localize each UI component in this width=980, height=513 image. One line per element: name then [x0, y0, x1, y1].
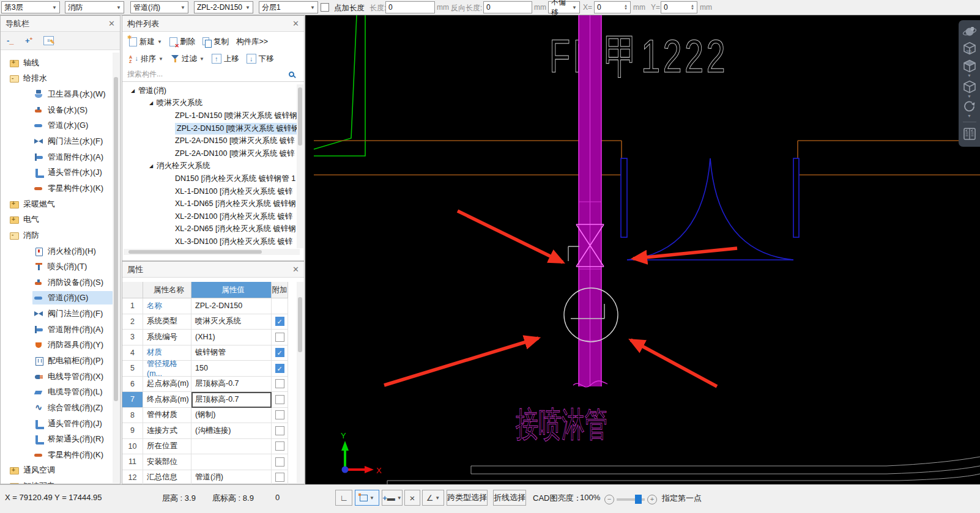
property-value[interactable]: (XH1) — [191, 330, 272, 345]
nav-item[interactable]: 消防器具(消)(Y) — [1, 338, 120, 353]
tree-expander-icon[interactable]: ◢ — [149, 100, 157, 106]
spinner-arrows-icon[interactable]: ▲▼ — [624, 4, 628, 10]
offset-select[interactable]: 不偏移▼ — [548, 1, 580, 13]
nav-folder[interactable]: 消防 — [1, 227, 120, 243]
move-down-button[interactable]: ↓下移 — [245, 53, 276, 65]
sort-button[interactable]: 排序▼ — [127, 53, 165, 65]
angle-snap-button[interactable]: ∠▼ — [422, 490, 444, 506]
close-icon[interactable]: ✕ — [292, 265, 299, 274]
spinner-arrows-icon[interactable]: ▲▼ — [691, 4, 694, 10]
property-row[interactable]: 7终点标高(m)层顶标高-0.7 — [122, 392, 296, 408]
property-row[interactable]: 8管件材质(钢制) — [122, 408, 296, 424]
close-icon[interactable]: ✕ — [108, 19, 115, 28]
reverse-length-input[interactable]: 0 — [483, 1, 532, 13]
nav-folder[interactable]: 采暖燃气 — [1, 196, 120, 212]
floor-select[interactable]: 第3层▼ — [1, 1, 60, 13]
polyline-select-button[interactable]: 折线选择 — [493, 490, 526, 506]
view-3d-icon[interactable]: 3D — [962, 40, 978, 57]
component-item[interactable]: XL-1-DN100 [消火栓灭火系统 镀锌 — [122, 185, 300, 198]
nav-item[interactable]: 配电箱柜(消)(P) — [1, 353, 120, 369]
rect-select-button[interactable]: ▼ — [355, 490, 379, 506]
nav-item[interactable]: 卫生器具(水)(W) — [1, 86, 120, 102]
nav-item[interactable]: 管道(消)(G) — [1, 290, 120, 306]
property-value[interactable]: 管道(消) — [191, 470, 272, 486]
property-row[interactable]: 11安装部位 — [122, 454, 296, 470]
nav-item[interactable]: 消防设备(消)(S) — [1, 275, 120, 290]
nav-item[interactable]: 消火栓(消)(H) — [1, 243, 120, 259]
length-input[interactable]: 0 — [385, 1, 435, 13]
nav-folder[interactable]: 轴线 — [1, 55, 120, 71]
component-group[interactable]: ◢消火栓灭火系统 — [122, 160, 300, 173]
nav-item[interactable]: 管道附件(消)(A) — [1, 322, 120, 338]
property-row[interactable]: 6起点标高(m)层顶标高-0.7 — [122, 377, 296, 393]
property-value[interactable]: 镀锌钢管 — [191, 345, 272, 361]
new-button[interactable]: 新建▼ — [127, 35, 164, 48]
chevron-down-icon[interactable]: ▼ — [967, 94, 971, 98]
move-up-button[interactable]: ↑上移 — [210, 53, 241, 65]
wire-cube-view-icon[interactable]: ▼ — [962, 78, 978, 98]
nav-item[interactable]: 管道(水)(G) — [1, 118, 120, 134]
x-input[interactable]: 0▲▼ — [594, 1, 631, 13]
rotate-view-icon[interactable]: ▼ — [962, 99, 978, 118]
collapse-all-icon[interactable]: -_ — [7, 36, 18, 46]
component-group[interactable]: ◢管道(消) — [122, 84, 300, 97]
component-list-hscrollbar[interactable] — [124, 249, 300, 255]
display-settings-icon[interactable] — [962, 126, 978, 142]
brightness-plus-icon[interactable]: + — [647, 495, 657, 504]
cross-type-select-button[interactable]: 跨类型选择 — [447, 490, 488, 506]
nav-item[interactable]: 设备(水)(S) — [1, 102, 120, 118]
property-value[interactable]: ZPL-2-DN150 — [191, 298, 272, 314]
define-component-icon[interactable]: ≡✎ — [43, 36, 54, 45]
y-input[interactable]: 0▲▼ — [661, 1, 697, 13]
property-value[interactable]: 喷淋灭火系统 — [191, 314, 272, 330]
property-row[interactable]: 3系统编号(XH1) — [122, 330, 296, 345]
brightness-slider[interactable] — [617, 498, 645, 501]
property-value[interactable]: 层顶标高-0.7 — [191, 392, 272, 408]
solid-cube-view-icon[interactable]: ▼ — [962, 57, 978, 78]
properties-scrollbar[interactable] — [297, 282, 303, 483]
component-item[interactable]: DN150 [消火栓灭火系统 镀锌钢管 1 — [122, 172, 300, 185]
nav-item[interactable]: 管道附件(水)(A) — [1, 149, 120, 165]
component-list-vscrollbar[interactable] — [297, 84, 303, 248]
property-checkbox[interactable]: ✓ — [275, 364, 284, 373]
copy-button[interactable]: 复制 — [201, 35, 231, 48]
expand-new-icon[interactable]: ++ — [25, 36, 36, 46]
add-select-button[interactable]: +▬▼ — [382, 490, 403, 506]
nav-item[interactable]: 零星构件(消)(K) — [1, 447, 120, 463]
tree-expander-icon[interactable]: ◢ — [149, 163, 157, 169]
orbit-view-icon[interactable] — [962, 24, 977, 39]
property-checkbox[interactable]: ✓ — [275, 317, 284, 326]
nav-item[interactable]: ∿综合管线(消)(Z) — [1, 400, 120, 416]
property-checkbox[interactable] — [275, 379, 284, 388]
component-item[interactable]: XL-1-DN65 [消火栓灭火系统 镀锌钢 — [122, 197, 300, 210]
delete-button[interactable]: 删除 — [168, 35, 197, 48]
component-item[interactable]: ZPL-2A-DN100 [喷淋灭火系统 镀锌 — [122, 147, 300, 160]
property-checkbox[interactable] — [275, 441, 284, 451]
nav-folder[interactable]: 给排水 — [1, 71, 120, 87]
property-checkbox[interactable] — [275, 410, 284, 419]
property-value[interactable]: 150 — [191, 361, 272, 377]
nav-item[interactable]: 零星构件(水)(K) — [1, 180, 120, 196]
property-row[interactable]: 1名称ZPL-2-DN150 — [122, 298, 296, 314]
property-checkbox[interactable]: ✓ — [275, 348, 284, 357]
property-row[interactable]: 12汇总信息管道(消) — [122, 470, 296, 486]
component-item[interactable]: ZPL-2-DN150 [喷淋灭火系统 镀锌钢 — [122, 122, 300, 135]
point-add-length-checkbox[interactable] — [321, 3, 329, 12]
chevron-down-icon[interactable]: ▼ — [967, 114, 971, 118]
property-checkbox[interactable] — [275, 426, 284, 435]
nav-item[interactable]: 喷头(消)(T) — [1, 259, 120, 275]
nav-item[interactable]: 电缆导管(消)(L) — [1, 384, 120, 400]
tree-expander-icon[interactable]: ◢ — [131, 88, 138, 94]
nav-item[interactable]: 阀门法兰(消)(F) — [1, 306, 120, 322]
property-value[interactable]: (沟槽连接) — [191, 423, 272, 439]
nav-item[interactable]: 通头管件(水)(J) — [1, 164, 120, 180]
component-item[interactable]: XL-3-DN100 [消火栓灭火系统 镀锌 — [122, 235, 300, 248]
property-value[interactable] — [191, 439, 272, 455]
close-icon[interactable]: ✕ — [292, 19, 299, 28]
component-item[interactable]: ZPL-1-DN150 [喷淋灭火系统 镀锌钢 — [122, 109, 300, 122]
nav-folder[interactable]: 智控弱电 — [1, 478, 120, 484]
component-group[interactable]: ◢喷淋灭火系统 — [122, 97, 300, 110]
component-search-input[interactable]: 搜索构件... — [122, 67, 304, 82]
nav-folder[interactable]: 通风空调 — [1, 463, 120, 479]
property-checkbox[interactable] — [275, 395, 284, 404]
